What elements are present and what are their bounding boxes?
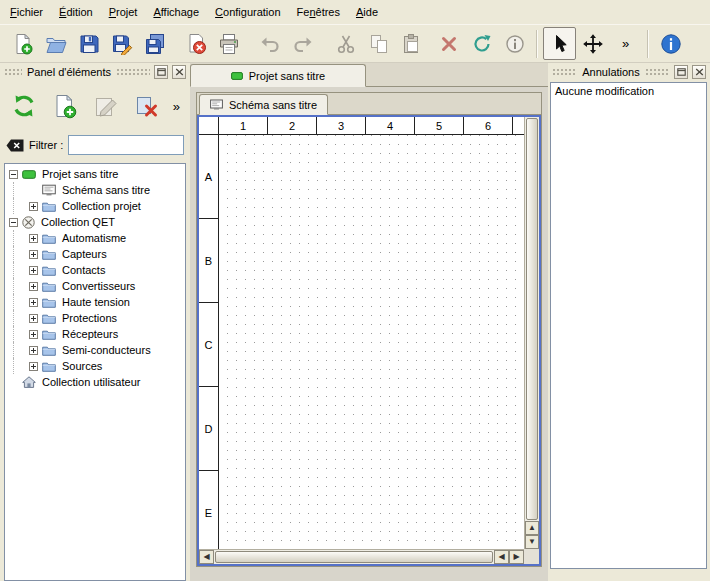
- tree-item-label: Convertisseurs: [60, 280, 137, 292]
- toolbar-overflow-button[interactable]: »: [609, 27, 642, 60]
- copy-button[interactable]: [362, 27, 395, 60]
- tree-item-collection-projet[interactable]: Collection projet: [5, 198, 185, 214]
- clear-filter-button[interactable]: [6, 139, 24, 152]
- folder-icon: [42, 249, 56, 260]
- expand-expander-icon[interactable]: [29, 314, 38, 323]
- horizontal-scrollbar-thumb[interactable]: [215, 551, 493, 563]
- label-part: A: [153, 6, 160, 18]
- float-dock-button[interactable]: [674, 65, 688, 79]
- ruler-column-label: 6: [464, 117, 513, 134]
- expand-expander-icon[interactable]: [29, 250, 38, 259]
- scroll-down-button[interactable]: ▼: [525, 535, 539, 549]
- reload-collections-button[interactable]: [6, 88, 42, 124]
- menu-configuration[interactable]: Configuration: [207, 2, 288, 22]
- rotate-button[interactable]: [465, 27, 498, 60]
- folder-icon: [42, 297, 56, 308]
- save-all-button[interactable]: [138, 27, 171, 60]
- menu-projet[interactable]: Projet: [101, 2, 146, 22]
- move-mode-button[interactable]: [576, 27, 609, 60]
- scroll-left-button[interactable]: ◀: [199, 550, 214, 564]
- expand-expander-icon[interactable]: [29, 266, 38, 275]
- about-qet-button[interactable]: [654, 27, 687, 60]
- info-button[interactable]: [498, 27, 531, 60]
- ruler-column-label: 2: [268, 117, 317, 134]
- scroll-right-button[interactable]: ▶: [509, 550, 524, 564]
- scroll-up-button[interactable]: ▲: [525, 521, 539, 535]
- delete-element-button[interactable]: [129, 88, 165, 124]
- expand-expander-icon[interactable]: [29, 282, 38, 291]
- close-file-button[interactable]: [179, 27, 212, 60]
- tree-item-collection-qet[interactable]: Collection QET: [5, 214, 185, 230]
- new-document-button[interactable]: [6, 27, 39, 60]
- tree-item-convertisseurs[interactable]: Convertisseurs: [5, 278, 185, 294]
- close-dock-button[interactable]: [172, 65, 186, 79]
- filter-input[interactable]: [68, 135, 184, 155]
- collapse-expander-icon[interactable]: [9, 170, 18, 179]
- label-part: êtres: [316, 6, 340, 18]
- delete-button[interactable]: [432, 27, 465, 60]
- elements-tree[interactable]: Projet sans titre Schéma sans titre Coll…: [4, 163, 186, 581]
- menu-fichier[interactable]: Fichier: [2, 2, 51, 22]
- redo-button[interactable]: [286, 27, 319, 60]
- tree-item-semi-conducteurs[interactable]: Semi-conducteurs: [5, 342, 185, 358]
- tab-schema-sans-titre[interactable]: Schéma sans titre: [199, 94, 328, 115]
- expand-expander-icon[interactable]: [29, 330, 38, 339]
- new-element-button[interactable]: [47, 88, 83, 124]
- tree-item-protections[interactable]: Protections: [5, 310, 185, 326]
- expand-expander-icon[interactable]: [29, 362, 38, 371]
- tree-item-sources[interactable]: Sources: [5, 358, 185, 374]
- tree-item-automatisme[interactable]: Automatisme: [5, 230, 185, 246]
- undo-button[interactable]: [253, 27, 286, 60]
- delete-element-icon: [134, 93, 160, 119]
- vertical-scrollbar-thumb[interactable]: [526, 118, 538, 520]
- menu-aide[interactable]: Aide: [348, 2, 386, 22]
- select-mode-button[interactable]: [543, 27, 576, 60]
- edit-element-button[interactable]: [88, 88, 124, 124]
- scroll-left-button-end[interactable]: ◀: [494, 550, 509, 564]
- open-project-button[interactable]: [39, 27, 72, 60]
- undo-dock-titlebar[interactable]: Annulations: [548, 63, 710, 81]
- save-button[interactable]: [72, 27, 105, 60]
- paste-button[interactable]: [395, 27, 428, 60]
- elements-panel-toolbar: »: [0, 81, 190, 126]
- folder-icon: [42, 361, 56, 372]
- tree-item-projet-sans-titre[interactable]: Projet sans titre: [5, 166, 185, 182]
- menu-fenetres[interactable]: Fenêtres: [289, 2, 348, 22]
- tree-item-contacts[interactable]: Contacts: [5, 262, 185, 278]
- tree-item-haute-tension[interactable]: Haute tension: [5, 294, 185, 310]
- close-dock-button[interactable]: [692, 65, 706, 79]
- cut-button[interactable]: [329, 27, 362, 60]
- expand-expander-icon[interactable]: [29, 298, 38, 307]
- schema-view: 1 2 3 4 5 6 A B C D E: [197, 115, 541, 566]
- project-tab-label: Projet sans titre: [249, 70, 325, 82]
- horizontal-scrollbar[interactable]: ◀ ◀ ▶: [199, 549, 524, 564]
- elements-panel-titlebar[interactable]: Panel d'éléments: [0, 63, 190, 81]
- float-dock-button[interactable]: [154, 65, 168, 79]
- expand-expander-icon[interactable]: [29, 234, 38, 243]
- expand-expander-icon[interactable]: [29, 202, 38, 211]
- print-button[interactable]: [212, 27, 245, 60]
- tree-item-recepteurs[interactable]: Récepteurs: [5, 326, 185, 342]
- tree-item-collection-utilisateur[interactable]: Collection utilisateur: [5, 374, 185, 390]
- collapse-expander-icon[interactable]: [9, 218, 18, 227]
- expand-expander-icon[interactable]: [29, 346, 38, 355]
- schema-tabbar: Schéma sans titre: [197, 93, 541, 115]
- label-part: dition: [66, 6, 92, 18]
- tree-guide: [13, 246, 25, 262]
- vertical-scrollbar[interactable]: ▲ ▼: [524, 117, 539, 549]
- menu-affichage[interactable]: Affichage: [145, 2, 207, 22]
- undo-list[interactable]: Aucune modification: [550, 82, 707, 569]
- menu-edition[interactable]: Édition: [51, 2, 101, 22]
- close-icon: [175, 68, 184, 76]
- tree-item-capteurs[interactable]: Capteurs: [5, 246, 185, 262]
- save-as-button[interactable]: [105, 27, 138, 60]
- project-icon: [231, 71, 243, 81]
- schema-canvas[interactable]: [219, 135, 524, 549]
- tree-item-label: Contacts: [60, 264, 107, 276]
- column-ruler: 1 2 3 4 5 6: [219, 117, 524, 135]
- ruler-row-label: C: [199, 303, 218, 387]
- mdi-workspace: Projet sans titre Schéma sans titre 1 2: [190, 63, 548, 581]
- tab-projet-sans-titre[interactable]: Projet sans titre: [190, 64, 366, 87]
- tree-item-schema-sans-titre[interactable]: Schéma sans titre: [5, 182, 185, 198]
- elements-toolbar-overflow-button[interactable]: »: [173, 99, 184, 114]
